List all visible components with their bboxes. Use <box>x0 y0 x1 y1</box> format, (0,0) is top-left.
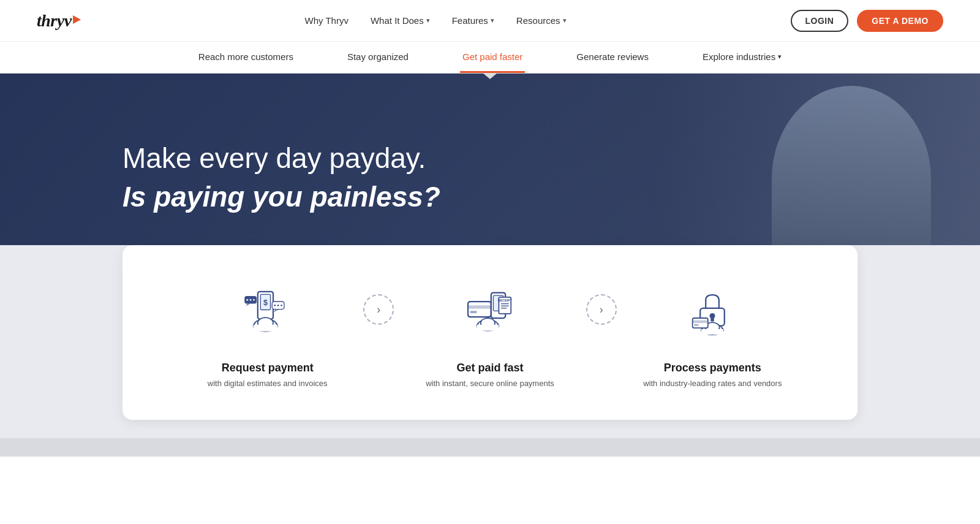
subnav-reach-customers[interactable]: Reach more customers <box>196 42 296 73</box>
card-2-title: Get paid fast <box>456 362 523 374</box>
svg-point-11 <box>281 305 282 306</box>
cards-container: $ <box>123 245 858 420</box>
arrow-icon-1: › <box>363 294 394 325</box>
card-get-paid-fast: RECEIPT Get paid fast with instant, secu… <box>394 276 586 389</box>
bottom-bar <box>0 438 980 457</box>
svg-text:RECEIPT: RECEIPT <box>498 298 513 302</box>
svg-point-6 <box>253 299 255 301</box>
connector-1: › <box>363 276 394 325</box>
nav-actions: LOGIN GET A DEMO <box>791 10 943 32</box>
process-payments-icon-area <box>685 276 740 349</box>
logo[interactable]: thryv <box>37 11 81 31</box>
svg-rect-32 <box>477 325 499 331</box>
card-2-desc: with instant, secure online payments <box>426 378 554 389</box>
request-payment-icon: $ <box>240 285 295 340</box>
subnav-generate-reviews[interactable]: Generate reviews <box>574 42 651 73</box>
svg-text:$: $ <box>263 298 268 307</box>
svg-point-9 <box>274 305 276 306</box>
nav-resources[interactable]: Resources ▾ <box>516 15 567 26</box>
svg-marker-7 <box>246 304 250 306</box>
svg-point-10 <box>277 305 279 306</box>
get-paid-fast-icon-area: RECEIPT <box>462 276 518 349</box>
hero-content: Make every day payday. Is paying you pai… <box>0 142 440 251</box>
chevron-down-icon: ▾ <box>491 17 494 25</box>
sub-nav: Reach more customers Stay organized Get … <box>0 42 980 74</box>
card-3-desc: with industry-leading rates and vendors <box>643 378 782 389</box>
chevron-down-icon: ▾ <box>778 53 782 61</box>
cards-section: $ <box>0 245 980 438</box>
chevron-down-icon: ▾ <box>426 17 430 25</box>
nav-features[interactable]: Features ▾ <box>452 15 494 26</box>
card-3-title: Process payments <box>664 362 761 374</box>
card-process-payments: Process payments with industry-leading r… <box>617 276 809 389</box>
nav-what-it-does[interactable]: What It Does ▾ <box>371 15 430 26</box>
get-paid-fast-icon: RECEIPT <box>462 285 518 340</box>
top-nav: thryv Why Thryv What It Does ▾ Features … <box>0 0 980 42</box>
request-payment-icon-area: $ <box>240 276 295 349</box>
logo-arrow-icon <box>73 15 81 24</box>
subnav-explore-industries[interactable]: Explore industries ▾ <box>700 42 784 73</box>
svg-point-4 <box>246 299 248 301</box>
svg-rect-18 <box>468 302 491 317</box>
card-1-desc: with digital estimates and invoices <box>208 378 328 389</box>
nav-why-thryv[interactable]: Why Thryv <box>305 15 349 26</box>
main-nav-links: Why Thryv What It Does ▾ Features ▾ Reso… <box>305 15 567 26</box>
connector-2: › <box>586 276 617 325</box>
svg-rect-19 <box>468 305 491 308</box>
chevron-down-icon: ▾ <box>563 17 567 25</box>
subnav-stay-organized[interactable]: Stay organized <box>345 42 411 73</box>
subnav-get-paid-faster[interactable]: Get paid faster <box>460 42 525 73</box>
hero-subtitle: Is paying you painless? <box>123 180 440 214</box>
svg-rect-42 <box>693 321 708 324</box>
svg-point-5 <box>249 299 251 301</box>
svg-rect-17 <box>253 325 277 332</box>
card-request-payment: $ <box>172 276 363 389</box>
card-1-title: Request payment <box>222 362 314 374</box>
arrow-icon-2: › <box>586 294 617 325</box>
get-demo-button[interactable]: GET A DEMO <box>857 10 943 32</box>
svg-rect-35 <box>711 317 714 321</box>
svg-rect-40 <box>701 329 723 335</box>
process-payments-icon <box>685 285 740 340</box>
login-button[interactable]: LOGIN <box>791 10 849 32</box>
svg-rect-43 <box>695 324 699 326</box>
hero-title: Make every day payday. <box>123 142 440 175</box>
svg-rect-20 <box>470 311 477 313</box>
